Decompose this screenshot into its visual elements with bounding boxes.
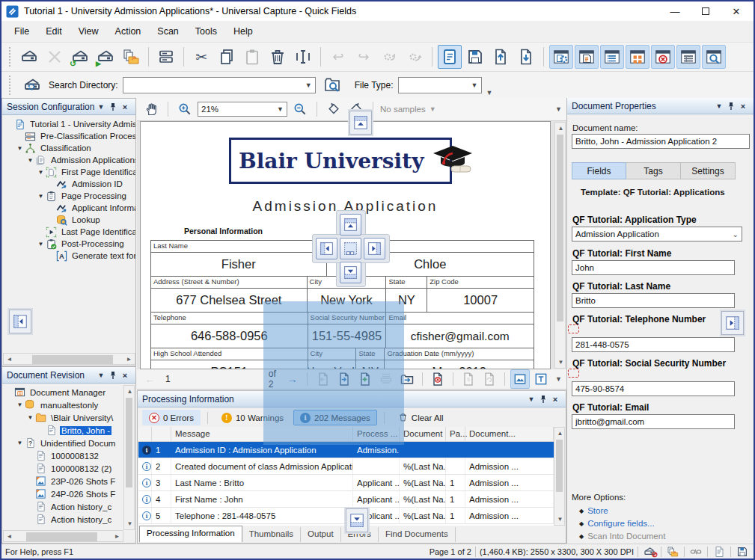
tree-item-admission-applications[interactable]: ▼Admission Applications <box>4 154 135 166</box>
scroll-down-icon[interactable]: ▼ <box>554 514 566 525</box>
export-document-button[interactable] <box>489 45 513 69</box>
tree-item-classification[interactable]: ▼Classification <box>4 142 135 154</box>
viewer-vertical-scrollbar[interactable]: ▲ ▼ <box>554 122 566 369</box>
rename-button[interactable] <box>291 45 315 69</box>
store-document-button[interactable] <box>463 45 487 69</box>
search-directory-combo[interactable]: ▼ <box>123 77 316 93</box>
tree-item-1000008132[interactable]: 1000008132 <box>4 449 122 462</box>
rotate-left-button[interactable] <box>324 99 343 119</box>
tab-fields[interactable]: Fields <box>572 162 626 179</box>
page-number-input[interactable]: 1 <box>161 374 266 384</box>
cut-button[interactable]: ✂ <box>189 45 213 69</box>
scroll-up-icon[interactable]: ▲ <box>554 428 566 439</box>
tree-item-britto-john[interactable]: Britto, John - <box>4 424 122 437</box>
column-header-Document...[interactable]: Document... <box>465 427 554 441</box>
browse-directory-button[interactable] <box>320 73 344 97</box>
dock-edge-left-target[interactable] <box>9 310 31 333</box>
samples-combo[interactable]: No samples▼ <box>380 105 436 114</box>
expand-arrow-icon[interactable]: ▼ <box>37 169 45 176</box>
tree-item-applicant-informa[interactable]: Applicant Informa <box>4 202 135 214</box>
minimize-button[interactable]: — <box>662 3 688 19</box>
status-document-button[interactable] <box>712 546 727 558</box>
scroll-right-icon[interactable]: ► <box>123 354 135 365</box>
horizontal-scrollbar[interactable]: ◄ ► <box>3 353 135 365</box>
tree-item-unidentified-docum[interactable]: ▼?Unidentified Docum <box>4 437 122 449</box>
expand-arrow-icon[interactable]: ▼ <box>26 157 34 164</box>
scan-resume-button[interactable]: ▶ <box>94 45 117 69</box>
more-option-configure-fields-[interactable]: ◆Configure fields... <box>579 517 665 529</box>
toggle-document-properties-button[interactable] <box>575 45 599 69</box>
column-header-Pa...[interactable]: Pa... <box>446 427 465 441</box>
zoom-out-button[interactable] <box>290 99 310 119</box>
scroll-left-icon[interactable]: ◄ <box>4 531 15 542</box>
status-send-to-folder-button[interactable] <box>665 546 680 558</box>
toggle-field-list-button[interactable] <box>600 45 624 69</box>
pin-icon[interactable] <box>725 102 737 111</box>
pan-button[interactable] <box>141 99 161 119</box>
toolbar-overflow-icon[interactable]: ▼ <box>486 89 493 96</box>
tab-output[interactable]: Output <box>301 527 341 542</box>
pin-icon[interactable] <box>107 102 119 111</box>
tree-item-action-history-c[interactable]: Action history_c <box>4 513 122 526</box>
scroll-down-icon[interactable]: ▼ <box>555 357 566 368</box>
tree-item-pre-classification-processing[interactable]: Pre-Classification Processing <box>4 130 135 142</box>
pin-icon[interactable] <box>107 371 119 380</box>
tree-item-first-page-identificati[interactable]: ▼First Page Identificati <box>4 166 135 178</box>
panel-menu-icon[interactable]: ▼ <box>95 372 107 379</box>
tree-item-document-manager[interactable]: Document Manager <box>4 386 122 399</box>
panel-menu-icon[interactable]: ▼ <box>95 103 107 111</box>
scroll-up-icon[interactable]: ▲ <box>124 386 135 397</box>
tab-tags[interactable]: Tags <box>626 162 681 179</box>
scan-page-button[interactable]: $ <box>459 369 478 389</box>
panel-menu-icon[interactable]: ▼ <box>525 396 537 403</box>
tab-thumbnails[interactable]: Thumbnails <box>242 527 301 542</box>
undo-button[interactable]: ↩ <box>326 45 350 69</box>
undo-with-settings-button[interactable] <box>377 45 401 69</box>
menu-edit[interactable]: Edit <box>37 22 70 40</box>
field-select-qf-tutorial-application-type[interactable]: Admission Application⌄ <box>572 227 742 241</box>
tree-item-post-processing[interactable]: ▼Post-Processing <box>4 238 135 250</box>
maximize-button[interactable] <box>693 3 718 19</box>
zoom-in-button[interactable] <box>175 99 195 119</box>
dock-edge-bottom-target[interactable] <box>346 508 368 532</box>
dock-right-target[interactable] <box>364 238 385 259</box>
tree-item-23p-026-shots-f[interactable]: 23P-026 Shots F <box>4 475 122 487</box>
close-icon[interactable]: × <box>549 395 561 404</box>
column-header-blank[interactable] <box>138 427 152 441</box>
expand-arrow-icon[interactable]: ▼ <box>37 193 45 200</box>
expand-arrow-icon[interactable]: ▼ <box>37 241 45 247</box>
viewer-toolbar-overflow-icon[interactable]: ▼ <box>555 105 562 113</box>
text-view-button[interactable] <box>531 369 551 389</box>
message-row-2[interactable]: i2Created document of class Admission Ap… <box>138 458 554 475</box>
menu-help[interactable]: Help <box>225 22 261 40</box>
menu-scan[interactable]: Scan <box>149 22 187 40</box>
zoom-level-combo[interactable]: 21%▼ <box>198 102 287 117</box>
tree-item-lookup[interactable]: Lookup <box>4 214 135 226</box>
scan-button[interactable] <box>17 45 41 69</box>
import-document-button[interactable] <box>514 45 538 69</box>
tab-settings[interactable]: Settings <box>681 162 736 179</box>
tab-processing-information[interactable]: Processing Information <box>139 526 242 542</box>
column-header-Document[interactable]: Document <box>400 427 446 441</box>
dock-edge-top-target[interactable] <box>349 111 372 135</box>
field-input-qf-tutorial-last-name[interactable] <box>572 293 735 308</box>
menu-action[interactable]: Action <box>107 22 150 40</box>
menu-tools[interactable]: Tools <box>187 22 225 40</box>
tree-item-blair-university[interactable]: ▼\Blair University\ <box>4 411 122 424</box>
menu-file[interactable]: File <box>6 22 37 40</box>
delete-button[interactable] <box>266 45 290 69</box>
expand-arrow-icon[interactable]: ▼ <box>16 440 24 446</box>
vertical-scrollbar[interactable]: ▲ ▼ <box>123 385 135 530</box>
toggle-find-documents-button[interactable] <box>702 45 726 69</box>
scroll-up-icon[interactable]: ▲ <box>555 123 566 134</box>
status-broken-link-button[interactable] <box>688 546 703 558</box>
paste-button[interactable] <box>240 45 264 69</box>
horizontal-scrollbar[interactable]: ◄ ► <box>3 530 123 542</box>
close-icon[interactable]: × <box>119 102 131 111</box>
expand-arrow-icon[interactable]: ▼ <box>26 414 34 421</box>
dock-top-target[interactable] <box>340 214 361 236</box>
redo-button[interactable]: ↪ <box>352 45 376 69</box>
field-input-qf-tutorial-telephone-number[interactable] <box>572 337 735 352</box>
column-header-blank[interactable] <box>152 427 171 441</box>
toggle-thumbnails-button[interactable] <box>626 45 649 69</box>
